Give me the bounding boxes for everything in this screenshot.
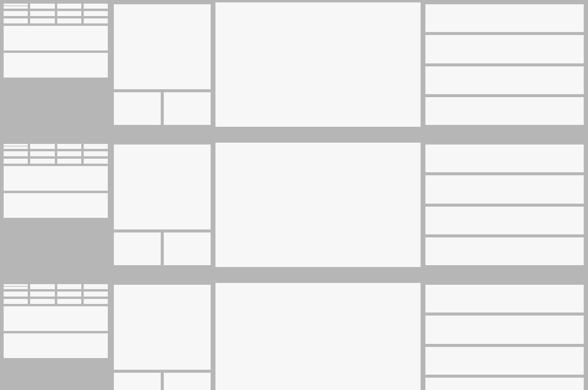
nano-cell (83, 151, 108, 157)
mini-wide (3, 193, 108, 218)
b-top (113, 284, 211, 370)
d-row (425, 284, 584, 313)
cell-c (215, 142, 421, 268)
nano-cell (30, 10, 55, 17)
nano-cell (30, 158, 55, 164)
d-row (425, 237, 584, 266)
d-row (425, 66, 584, 95)
nano-cell (3, 143, 28, 149)
cell-a (2, 2, 110, 127)
nano-cell (83, 143, 108, 149)
cell-b (111, 142, 213, 268)
nano-cell (83, 18, 108, 24)
nano-cell (30, 3, 55, 9)
layout-demo: Test1 Test3 Test4 Test7 Test2 Test8 (0, 0, 588, 390)
b-bot-left (113, 232, 161, 266)
d-row (425, 97, 584, 125)
nano-cell (83, 284, 108, 290)
d-row (425, 377, 584, 390)
d-row (425, 175, 584, 204)
nano-cell (3, 298, 28, 304)
d-row (425, 34, 584, 63)
d-row (425, 346, 584, 375)
b-bot-right (163, 232, 211, 266)
nano-cell (3, 284, 28, 290)
nano-cell (57, 143, 82, 149)
mini-wide (3, 52, 108, 78)
grid-block-3 (0, 281, 588, 390)
d-row (425, 4, 584, 33)
nano-cell (57, 10, 82, 17)
nano-cell (83, 298, 108, 304)
nano-cell (83, 291, 108, 297)
cell-d (423, 2, 586, 127)
b-bot-left (113, 372, 161, 390)
nano-cell (57, 151, 82, 157)
d-row (425, 144, 584, 173)
nano-cell (57, 18, 82, 24)
nano-cell (57, 284, 82, 290)
nano-cell (83, 10, 108, 17)
nano-cell (30, 143, 55, 149)
b-top (113, 144, 211, 230)
nano-cell (83, 158, 108, 164)
nano-cell (83, 3, 108, 9)
cell-c (215, 2, 421, 127)
cell-a (2, 282, 110, 390)
nano-cell (30, 298, 55, 304)
nano-cell (30, 18, 55, 24)
mini-wide (3, 333, 108, 359)
cell-a (2, 142, 110, 268)
grid-block-2 (0, 140, 588, 269)
cell-d (423, 142, 586, 268)
d-row (425, 315, 584, 344)
cell-d (423, 282, 586, 390)
nano-cell (30, 284, 55, 290)
cell-b (111, 2, 213, 127)
nano-cell (3, 151, 28, 157)
nano-cell (57, 158, 82, 164)
d-row (425, 206, 584, 235)
nano-cell (30, 151, 55, 157)
cell-b (111, 282, 213, 390)
b-bot-left (113, 92, 161, 125)
b-bot-right (163, 92, 211, 125)
nano-cell (3, 18, 28, 24)
b-bot-right (163, 372, 211, 390)
mini-wide (3, 25, 108, 51)
mini-wide (3, 165, 108, 191)
nano-cell (57, 3, 82, 9)
grid-block-1 (0, 0, 588, 129)
nano-cell (57, 298, 82, 304)
mini-wide (3, 306, 108, 332)
nano-cell (3, 10, 28, 17)
nano-cell (3, 291, 28, 297)
nano-cell (3, 3, 28, 9)
nano-cell (57, 291, 82, 297)
nano-cell (30, 291, 55, 297)
cell-c (215, 282, 421, 390)
b-top (113, 4, 211, 90)
nano-cell (3, 158, 28, 164)
